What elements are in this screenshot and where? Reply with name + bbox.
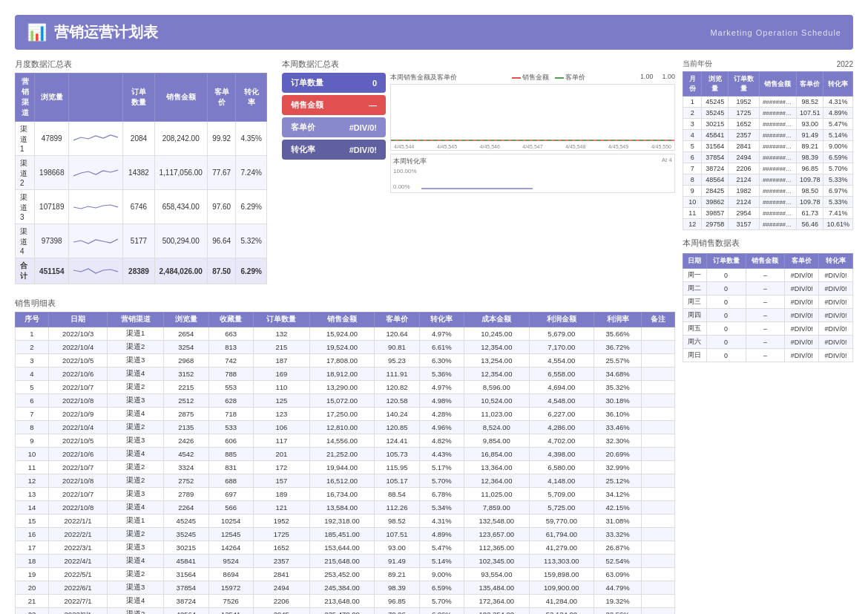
- y-s: ############: [759, 174, 796, 186]
- y-v: 39862: [702, 197, 729, 208]
- y-o: 1652: [729, 119, 760, 130]
- monthly-visits: 47899: [35, 122, 69, 156]
- d-cost: 102,345.00: [464, 555, 530, 568]
- d-cost: 12,364.00: [464, 474, 530, 488]
- sparkline-svg: [73, 264, 118, 277]
- detail-row: 6 2022/10/8 渠道3 2512 628 125 15,072.00 1…: [16, 394, 675, 408]
- th-s: 销售金额: [309, 313, 375, 327]
- d-date: 2022/10/8: [48, 394, 107, 408]
- d-ch: 渠道3: [108, 354, 164, 368]
- y-r: 5.70%: [823, 163, 853, 174]
- d-profit: 5,709.00: [529, 488, 594, 501]
- d-ch: 渠道2: [108, 608, 164, 615]
- card-orders-label: 订单数量: [291, 77, 323, 88]
- at4-label: At 4: [662, 157, 672, 166]
- y-v: 29758: [702, 219, 729, 230]
- d-v: 31564: [164, 568, 208, 581]
- d-s: 16,734.00: [309, 488, 375, 501]
- d-ch: 渠道4: [108, 595, 164, 608]
- d-ch: 渠道2: [108, 421, 164, 434]
- d-seq: 8: [16, 421, 49, 434]
- d-c: 13541: [208, 608, 253, 615]
- y-s: ############: [759, 97, 796, 108]
- d-cost: 12,354.00: [464, 341, 530, 354]
- detail-row: 20 2022/6/1 渠道3 37854 15972 2494 245,384…: [16, 581, 675, 595]
- d-o: 117: [253, 434, 309, 448]
- d-date: 2022/7/1: [48, 595, 107, 608]
- wd-r: #DIV/0!: [819, 269, 853, 282]
- d-v: 2426: [164, 434, 208, 448]
- monthly-channel: 合计: [16, 258, 35, 284]
- d-r: 4.28%: [419, 408, 464, 421]
- col-sales: 销售金额: [154, 74, 207, 122]
- d-s: 17,808.00: [309, 354, 375, 368]
- weekly-data-row: 周五 0 – #DIV/0! #DIV/0!: [683, 322, 853, 336]
- d-v: 3152: [164, 368, 208, 381]
- d-pr: 33.32%: [594, 528, 642, 541]
- detail-row: 19 2022/5/1 渠道2 31564 8694 2841 253,452.…: [16, 568, 675, 581]
- legend-avg-line: [555, 77, 564, 79]
- conversion-axis: 100.00% 0.00%: [393, 168, 672, 190]
- d-c: 742: [208, 354, 253, 368]
- d-note: [641, 421, 674, 434]
- d-seq: 21: [16, 595, 49, 608]
- d-v: 2654: [164, 327, 208, 341]
- d-s: 14,556.00: [309, 434, 375, 448]
- d-c: 885: [208, 448, 253, 461]
- d-profit: 4,548.00: [529, 394, 594, 408]
- y-ap: 98.50: [796, 186, 823, 197]
- d-note: [641, 341, 674, 354]
- d-ch: 渠道1: [108, 327, 164, 341]
- y-o: 2206: [729, 163, 760, 174]
- chart-title: 本周销售金额及客单价: [390, 73, 457, 82]
- y-o: 2841: [729, 141, 760, 152]
- d-o: 2206: [253, 595, 309, 608]
- d-note: [641, 354, 674, 368]
- d-cost: 93,554.00: [464, 568, 530, 581]
- d-pr: 36.72%: [594, 341, 642, 354]
- d-pr: 44.79%: [594, 581, 642, 595]
- monthly-sparkline: [69, 258, 123, 284]
- y-month: 12: [683, 219, 702, 230]
- d-note: [641, 528, 674, 541]
- d-s: 19,944.00: [309, 461, 375, 474]
- d-s: 16,512.00: [309, 474, 375, 488]
- weekly-data-section: 本周销售数据表 日期 订单数量 销售金额 客单价 转化率 周一 0 –: [683, 238, 853, 362]
- d-r: 5.17%: [419, 461, 464, 474]
- y-r: 5.14%: [823, 130, 853, 141]
- x-label-4: 4/45,547: [522, 144, 542, 149]
- d-s: 15,924.00: [309, 327, 375, 341]
- d-date: 2022/10/6: [48, 368, 107, 381]
- d-c: 718: [208, 408, 253, 421]
- y-s: ############: [759, 208, 796, 219]
- wd-r: #DIV/0!: [819, 309, 853, 322]
- detail-row: 3 2022/10/5 渠道3 2968 742 187 17,808.00 9…: [16, 354, 675, 368]
- d-o: 201: [253, 448, 309, 461]
- d-profit: 4,694.00: [529, 381, 594, 394]
- d-ch: 渠道2: [108, 381, 164, 394]
- detail-row: 16 2022/2/1 渠道2 35245 12545 1725 185,451…: [16, 528, 675, 541]
- d-profit: 41,279.00: [529, 541, 594, 555]
- d-ch: 渠道3: [108, 541, 164, 555]
- card-sales-label: 销售金额: [291, 99, 323, 111]
- detail-row: 21 2022/7/1 渠道4 38724 7526 2206 213,648.…: [16, 595, 675, 608]
- d-c: 628: [208, 394, 253, 408]
- d-pr: 30.18%: [594, 394, 642, 408]
- wd-o: 0: [706, 282, 746, 295]
- d-pr: 26.87%: [594, 541, 642, 555]
- wd-day: 周一: [683, 269, 707, 282]
- d-r: 5.34%: [419, 501, 464, 515]
- yth-v: 浏览量: [702, 72, 729, 97]
- wd-ap: #DIV/0!: [785, 295, 819, 309]
- d-ch: 渠道2: [108, 568, 164, 581]
- d-seq: 6: [16, 394, 49, 408]
- d-s: 13,290.00: [309, 381, 375, 394]
- y-s: ############: [759, 152, 796, 163]
- d-seq: 16: [16, 528, 49, 541]
- d-o: 2494: [253, 581, 309, 595]
- d-cost: 8,524.00: [464, 421, 530, 434]
- d-seq: 10: [16, 448, 49, 461]
- weekly-data-table: 日期 订单数量 销售金额 客单价 转化率 周一 0 – #DIV/0! #DIV…: [683, 253, 853, 362]
- d-cost: 16,854.00: [464, 448, 530, 461]
- detail-row: 15 2022/1/1 渠道1 45245 10254 1952 192,318…: [16, 515, 675, 528]
